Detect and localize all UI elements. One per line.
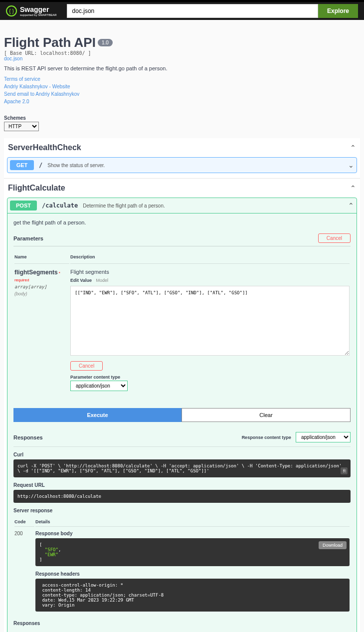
spec-link[interactable]: doc.json: [4, 56, 360, 61]
param-name: flightSegments: [14, 269, 58, 276]
tag-serverhealthcheck: ServerHealthCheck ⌃ GET / Show the statu…: [4, 138, 360, 179]
response-code: 200: [14, 528, 34, 615]
chevron-down-icon: ⌄: [348, 161, 354, 169]
contact-link[interactable]: Andriy Kalashnykov - Website: [4, 83, 360, 90]
method-badge: GET: [10, 160, 34, 170]
col-description: Description: [70, 252, 350, 264]
execute-button[interactable]: Execute: [13, 408, 182, 422]
method-badge: POST: [10, 201, 37, 211]
responses-heading: Responses: [13, 434, 43, 440]
response-ct-label: Response content type: [242, 435, 291, 440]
api-title: Flight Path API: [4, 35, 96, 50]
curl-command: curl -X 'POST' \ 'http://localhost:8080/…: [13, 459, 351, 477]
response-body-label: Response body: [35, 531, 350, 536]
documented-responses-table: CodeDescription 200 OK Example Value | M…: [13, 629, 351, 632]
response-body: [ "SFO", "EWR" ]Download: [35, 538, 350, 566]
swagger-logo: { } Swagger supported by SMARTBEAR: [6, 5, 57, 16]
tag-flightcalculate: FlightCalculate ⌃ POST /calculate Determ…: [4, 179, 360, 632]
tag-name: ServerHealthCheck: [8, 143, 81, 152]
col-code: Code: [14, 517, 34, 527]
spec-url-bar: Explore: [67, 4, 358, 18]
param-description: Flight segments: [70, 269, 350, 275]
response-headers-label: Response headers: [35, 571, 350, 577]
operation-get-root: GET / Show the status of server. ⌄: [7, 157, 357, 173]
api-description: This is REST API server to determine the…: [4, 65, 360, 71]
response-headers: access-control-allow-origin: * content-l…: [35, 579, 350, 612]
copy-icon[interactable]: ⎘: [341, 467, 348, 474]
schemes-select[interactable]: HTTP: [4, 122, 39, 131]
swagger-icon: { }: [6, 5, 17, 16]
topbar: { } Swagger supported by SMARTBEAR Explo…: [0, 0, 364, 20]
operation-post-calculate: POST /calculate Determine the flight pat…: [7, 198, 357, 632]
tag-header-serverhealthcheck[interactable]: ServerHealthCheck ⌃: [4, 138, 360, 157]
operation-summary-text: Determine the flight path of a person.: [83, 203, 348, 209]
server-response-label: Server response: [13, 508, 351, 513]
operation-description: get the flight path of a person.: [13, 219, 351, 225]
cancel-param-button[interactable]: Cancel: [70, 361, 103, 371]
tag-name: FlightCalculate: [8, 184, 65, 193]
col-name: Name: [14, 252, 69, 264]
download-button[interactable]: Download: [319, 541, 347, 549]
param-row: flightSegments* required array[array] (b…: [14, 265, 350, 395]
col-description: Description: [35, 630, 350, 632]
param-content-type-select[interactable]: application/json: [70, 381, 128, 391]
chevron-up-icon: ⌃: [350, 144, 356, 152]
param-in: (body): [14, 291, 27, 296]
model-tab[interactable]: Model: [96, 278, 109, 283]
request-url: http://localhost:8080/calculate: [13, 490, 351, 503]
parameters-table: Name Description flightSegments* require…: [13, 251, 351, 396]
cancel-tryout-button[interactable]: Cancel: [318, 233, 351, 243]
email-link[interactable]: Send email to Andriy Kalashnykov: [4, 90, 360, 98]
body-param-textarea[interactable]: [["IND", "EWR"], ["SFO", "ATL"], ["GSO",…: [70, 286, 350, 356]
documented-responses-label: Responses: [13, 621, 351, 626]
request-url-label: Request URL: [13, 482, 351, 488]
operation-path: /calculate: [42, 202, 78, 209]
operation-path: /: [39, 162, 42, 169]
schemes-section: Schemes HTTP: [4, 115, 360, 131]
api-info: Flight Path API1.0 [ Base URL: localhost…: [4, 35, 360, 105]
curl-label: Curl: [13, 452, 351, 457]
parameters-heading: Parameters: [13, 235, 43, 241]
col-details: Details: [35, 517, 350, 527]
operation-summary[interactable]: POST /calculate Determine the flight pat…: [7, 198, 357, 213]
response-ct-select[interactable]: application/json: [296, 432, 351, 442]
logo-subtitle: supported by SMARTBEAR: [20, 13, 57, 16]
param-content-type-label: Parameter content type: [70, 375, 350, 380]
clear-button[interactable]: Clear: [182, 408, 351, 422]
terms-link[interactable]: Terms of service: [4, 75, 360, 83]
param-type: array[array]: [14, 284, 47, 289]
base-url: [ Base URL: localhost:8080/ ]: [4, 50, 360, 56]
edit-value-tab[interactable]: Edit Value: [70, 278, 92, 283]
license-link[interactable]: Apache 2.0: [4, 98, 360, 105]
operation-summary[interactable]: GET / Show the status of server. ⌄: [7, 158, 357, 173]
col-code: Code: [14, 630, 34, 632]
operation-desc: Show the status of server.: [47, 163, 348, 168]
logo-text: Swagger: [20, 5, 49, 13]
chevron-up-icon: ⌃: [348, 202, 354, 210]
response-row: 200 Response body [ "SFO", "EWR" ]Downlo…: [14, 528, 350, 615]
api-version: 1.0: [98, 39, 113, 46]
explore-button[interactable]: Explore: [318, 4, 358, 18]
spec-url-input[interactable]: [67, 4, 318, 18]
chevron-up-icon: ⌃: [350, 184, 356, 192]
server-response-table: CodeDetails 200 Response body [ "SFO", "…: [13, 516, 351, 616]
tag-header-flightcalculate[interactable]: FlightCalculate ⌃: [4, 179, 360, 198]
schemes-label: Schemes: [4, 115, 360, 121]
